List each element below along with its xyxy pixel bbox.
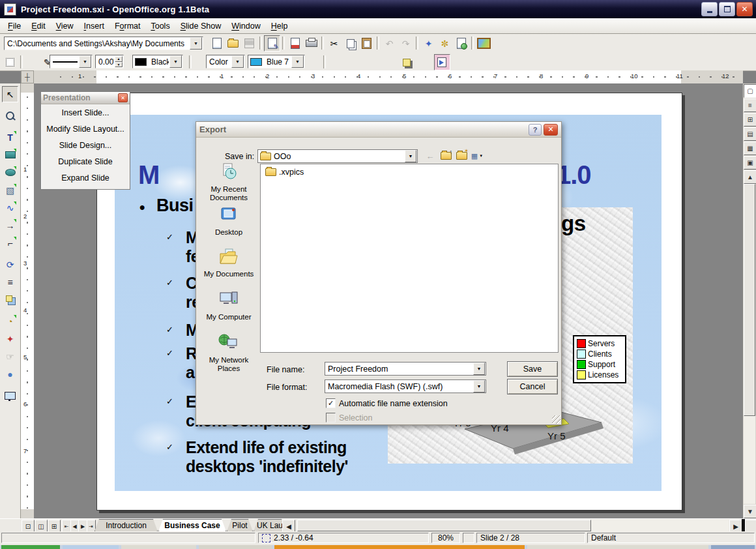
line-width-field[interactable]: 0.00" ▲▼ xyxy=(95,55,124,68)
view-menu-icon[interactable]: ▦▼ xyxy=(470,149,484,162)
tab-uk-lau[interactable]: UK Lau xyxy=(254,519,286,531)
insert-object-icon[interactable]: ◔ xyxy=(2,313,18,329)
tab-scroll-left-button[interactable]: ◀ xyxy=(282,520,295,533)
edit-points-icon[interactable] xyxy=(2,54,18,70)
file-format-combo[interactable]: Macromedia Flash (SWF) (.swf) ▼ xyxy=(325,379,486,393)
tab-business-case[interactable]: Business Case xyxy=(158,519,226,531)
file-format-dropdown-icon[interactable]: ▼ xyxy=(473,380,485,393)
layer-mode-button[interactable]: ⊞ xyxy=(48,520,61,533)
dialog-help-button[interactable]: ? xyxy=(529,124,542,136)
horizontal-scrollbar-thumb[interactable] xyxy=(297,520,591,531)
auto-extension-checkbox[interactable]: ✓ xyxy=(326,398,336,408)
palette-item-modify-slide-layout[interactable]: Modify Slide Layout... xyxy=(41,121,130,137)
rotation-mode-icon[interactable] xyxy=(434,54,450,70)
scroll-right-button[interactable]: ▶ xyxy=(729,520,742,533)
edit-file-icon[interactable]: ✎ xyxy=(264,35,280,52)
line-style-combo[interactable]: ▼ xyxy=(50,55,93,68)
ellipse-icon[interactable] xyxy=(2,164,18,181)
start-slide-show-button[interactable]: ▣ xyxy=(744,156,756,170)
save-button[interactable]: Save xyxy=(507,361,558,377)
back-icon[interactable]: ← xyxy=(423,149,437,162)
line-color-dropdown-icon[interactable]: ▼ xyxy=(169,55,182,68)
select-icon[interactable]: ↖ xyxy=(2,86,18,102)
cancel-button[interactable]: Cancel xyxy=(507,379,558,394)
menu-file[interactable]: File xyxy=(3,20,26,33)
tab-introduction[interactable]: Introduction xyxy=(94,519,158,531)
palette-item-slide-design[interactable]: Slide Design... xyxy=(41,137,130,153)
zoom-icon[interactable] xyxy=(2,108,18,124)
fill-style-dropdown-icon[interactable]: ▼ xyxy=(231,55,244,68)
drawing-view-button[interactable]: ▢ xyxy=(744,84,756,98)
menu-edit[interactable]: Edit xyxy=(26,20,51,33)
palette-item-expand-slide[interactable]: Expand Slide xyxy=(41,170,130,186)
3d-objects-icon[interactable]: ▧ xyxy=(2,182,18,198)
palette-title-bar[interactable]: Presentation ✕ xyxy=(41,92,130,104)
slides-view-button[interactable]: ⊞ xyxy=(744,113,756,126)
3d-controller-icon[interactable]: ● xyxy=(2,366,18,382)
hyperlink-icon[interactable] xyxy=(453,35,469,52)
minimize-button[interactable] xyxy=(701,2,718,16)
gallery-icon[interactable] xyxy=(476,35,492,52)
file-name-dropdown-icon[interactable]: ▼ xyxy=(473,363,485,375)
menu-slide-show[interactable]: Slide Show xyxy=(175,20,227,33)
paste-icon[interactable] xyxy=(358,35,375,52)
vertical-scrollbar-thumb[interactable] xyxy=(744,184,755,416)
scroll-down-button[interactable]: ▼ xyxy=(744,505,756,518)
lines-arrows-icon[interactable]: → xyxy=(2,217,18,233)
place-my-network-places[interactable]: My Network Places xyxy=(201,333,256,373)
insert-text-icon[interactable]: T xyxy=(2,129,18,145)
place-my-recent-documents[interactable]: My Recent Documents xyxy=(201,162,256,202)
horizontal-ruler[interactable]: 1123456789101112 xyxy=(34,70,743,84)
arrange-icon[interactable] xyxy=(2,291,18,308)
place-my-documents[interactable]: My Documents xyxy=(201,247,256,278)
presentation-box-icon[interactable] xyxy=(2,387,18,404)
line-width-spinner[interactable]: ▲▼ xyxy=(115,56,123,67)
line-color-combo[interactable]: Black ▼ xyxy=(132,55,183,68)
shadow-icon[interactable] xyxy=(398,54,414,70)
outline-view-button[interactable]: ≡ xyxy=(744,98,756,112)
notes-view-button[interactable]: ▤ xyxy=(744,127,756,141)
place-desktop[interactable]: Desktop xyxy=(201,205,256,237)
new-document-icon[interactable] xyxy=(209,35,225,52)
menu-insert[interactable]: Insert xyxy=(79,20,109,33)
scroll-up-button[interactable]: ▲ xyxy=(744,170,756,184)
menu-format[interactable]: Format xyxy=(109,20,146,33)
file-name-combo[interactable]: Project Freedom ▼ xyxy=(325,362,486,376)
dialog-close-button[interactable]: ✕ xyxy=(544,124,558,136)
menu-tools[interactable]: Tools xyxy=(145,20,175,33)
palette-item-duplicate-slide[interactable]: Duplicate Slide xyxy=(41,153,130,170)
restore-button[interactable] xyxy=(719,2,735,16)
handout-view-button[interactable]: ▦ xyxy=(744,141,756,155)
curve-icon[interactable]: ∿ xyxy=(2,200,18,216)
file-item-xvpics[interactable]: .xvpics xyxy=(261,164,558,177)
fill-color-dropdown-icon[interactable]: ▼ xyxy=(291,55,304,68)
load-url-combo[interactable]: C:\Documents and Settings\Akshay\My Docu… xyxy=(4,37,203,50)
vertical-scrollbar[interactable] xyxy=(744,184,755,504)
master-mode-button[interactable]: ◫ xyxy=(35,520,48,533)
page-style[interactable]: Default xyxy=(587,533,755,543)
menu-view[interactable]: View xyxy=(51,20,79,33)
save-in-combo[interactable]: OOo ▼ xyxy=(257,149,418,163)
alignment-icon[interactable]: ≡ xyxy=(2,274,18,290)
autopilot-icon[interactable]: ✼ xyxy=(437,35,453,52)
line-style-dropdown-icon[interactable]: ▼ xyxy=(79,55,91,68)
copy-icon[interactable] xyxy=(342,35,358,52)
file-list[interactable]: .xvpics xyxy=(260,164,559,353)
palette-item-insert-slide[interactable]: Insert Slide... xyxy=(41,104,130,121)
dialog-title-bar[interactable]: Export ? ✕ xyxy=(196,122,561,138)
new-folder-icon[interactable]: ✶ xyxy=(454,149,469,162)
up-one-level-icon[interactable]: ↑ xyxy=(439,149,453,162)
place-my-computer[interactable]: My Computer xyxy=(201,290,256,321)
fill-color-combo[interactable]: Blue 7 ▼ xyxy=(248,55,305,68)
print-file-icon[interactable] xyxy=(303,35,319,52)
resize-grip[interactable] xyxy=(552,415,560,424)
page-mode-button[interactable]: ⊡ xyxy=(22,520,35,533)
close-button[interactable]: ✕ xyxy=(736,2,753,16)
tab-pilot[interactable]: Pilot xyxy=(227,519,253,531)
palette-close-icon[interactable]: ✕ xyxy=(118,93,128,102)
export-pdf-icon[interactable] xyxy=(287,35,303,52)
menu-window[interactable]: Window xyxy=(226,20,265,33)
navigator-icon[interactable]: ✦ xyxy=(420,35,437,52)
zoom-level[interactable]: 80% xyxy=(431,533,460,543)
animation-effects-icon[interactable]: ✦ xyxy=(2,331,18,347)
